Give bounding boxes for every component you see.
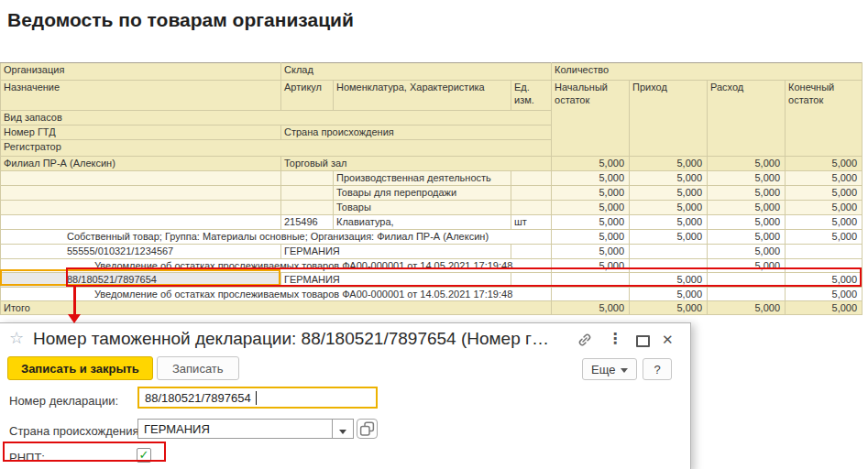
cell-group[interactable]: Товары [334, 201, 511, 215]
cell-num[interactable]: 5,000 [630, 186, 708, 201]
header-origin-country[interactable]: Страна происхождения [281, 125, 552, 140]
kebab-menu-icon[interactable]: ⋮ [608, 330, 622, 347]
cell-group[interactable]: Производственная деятельность [334, 171, 511, 186]
cell-num[interactable]: 5,000 [786, 215, 863, 230]
cell-num[interactable]: 5,000 [552, 215, 630, 230]
cell-num[interactable]: 5,000 [630, 215, 708, 230]
cell-empty[interactable] [1, 171, 281, 186]
cell-num[interactable]: 5,000 [786, 171, 863, 186]
header-expense[interactable]: Расход [708, 81, 786, 157]
cell-branch[interactable]: Филиал ПР-А (Алексин) [1, 157, 281, 171]
cell-origin-country[interactable]: ГЕРМАНИЯ [281, 273, 511, 288]
cell-total-num[interactable]: 5,000 [552, 301, 630, 315]
cell-num[interactable]: 5,000 [786, 201, 863, 215]
cell-num[interactable]: 5,000 [552, 171, 630, 186]
country-dropdown-button[interactable] [332, 419, 354, 439]
header-gtd-number[interactable]: Номер ГТД [1, 125, 281, 140]
more-button[interactable]: Еще [582, 358, 637, 380]
cell-sku[interactable]: 215496 [281, 215, 334, 230]
cell-num[interactable]: 5,000 [708, 230, 786, 245]
cell-empty[interactable] [511, 171, 552, 186]
cell-empty[interactable] [1, 186, 281, 201]
header-opening-balance[interactable]: Начальный остаток [552, 81, 630, 157]
cell-num[interactable]: 5,000 [630, 230, 708, 245]
cell-nomenclature[interactable]: Клавиатура, [334, 215, 511, 230]
cell-num[interactable]: 5,000 [708, 259, 786, 273]
cell-num[interactable]: 5,000 [630, 273, 708, 288]
declaration-number-input[interactable]: 88/180521/7897654 [137, 387, 378, 409]
country-open-button[interactable] [357, 419, 378, 439]
header-organization[interactable]: Организация [1, 63, 281, 81]
cell-empty[interactable] [1, 215, 281, 230]
cell-num[interactable]: 5,000 [630, 201, 708, 215]
cell-num[interactable] [630, 245, 708, 259]
cell-unit[interactable]: шт [511, 215, 552, 230]
cell-registrar-group[interactable]: Уведомление об остатках прослеживаемых т… [1, 259, 552, 273]
save-and-close-button[interactable]: Записать и закрыть [7, 356, 153, 380]
cell-origin-country[interactable]: ГЕРМАНИЯ [281, 245, 511, 259]
cell-num[interactable]: 5,000 [786, 288, 863, 301]
cell-num[interactable]: 5,000 [630, 157, 708, 171]
cell-stock-kind-group[interactable]: Собственный товар; Группа: Материалы осн… [1, 230, 552, 245]
save-button[interactable]: Записать [157, 356, 239, 380]
cell-num[interactable]: 5,000 [552, 230, 630, 245]
cell-total-label[interactable]: Итого [1, 301, 552, 315]
rnpt-checkbox[interactable]: ✓ [137, 448, 151, 463]
help-button[interactable]: ? [643, 358, 672, 380]
cell-num[interactable]: 5,000 [786, 273, 863, 288]
cell-empty[interactable] [281, 201, 334, 215]
cell-empty[interactable] [281, 186, 334, 201]
cell-num[interactable] [552, 273, 630, 288]
cell-num[interactable] [708, 288, 786, 301]
cell-num[interactable]: 5,000 [552, 201, 630, 215]
cell-num[interactable] [708, 273, 786, 288]
header-warehouse[interactable]: Склад [281, 63, 552, 81]
cell-gtd-number[interactable]: 55555/010321/1234567 [1, 245, 281, 259]
header-sku[interactable]: Артикул [281, 81, 334, 111]
cell-num[interactable]: 5,000 [708, 201, 786, 215]
header-registrar[interactable]: Регистратор [1, 140, 552, 157]
header-quantity[interactable]: Количество [552, 63, 863, 81]
cell-total-num[interactable]: 5,000 [630, 301, 708, 315]
cell-empty[interactable] [1, 201, 281, 215]
cell-empty[interactable] [281, 171, 334, 186]
cell-num[interactable]: 5,000 [630, 171, 708, 186]
cell-gtd-number-selected[interactable]: 88/180521/7897654 [1, 273, 281, 288]
header-unit[interactable]: Ед. изм. [511, 81, 552, 111]
cell-registrar-group[interactable]: Уведомление об остатках прослеживаемых т… [1, 288, 552, 301]
cell-empty[interactable] [511, 186, 552, 201]
cell-num[interactable]: 5,000 [552, 157, 630, 171]
cell-num[interactable]: 5,000 [630, 288, 708, 301]
header-nomenclature[interactable]: Номенклатура, Характеристика [334, 81, 511, 111]
cell-empty[interactable] [511, 245, 552, 259]
cell-empty[interactable] [511, 273, 552, 288]
cell-num[interactable]: 5,000 [786, 230, 863, 245]
cell-empty[interactable] [511, 201, 552, 215]
header-stock-kind[interactable]: Вид запасов [1, 111, 552, 125]
header-purpose[interactable]: Назначение [1, 81, 281, 111]
cell-group[interactable]: Товары для перепродажи [334, 186, 511, 201]
cell-num[interactable] [552, 288, 630, 301]
cell-num[interactable]: 5,000 [786, 186, 863, 201]
cell-num[interactable]: 5,000 [708, 215, 786, 230]
cell-num[interactable]: 5,000 [786, 157, 863, 171]
cell-num[interactable]: 5,000 [708, 157, 786, 171]
cell-num[interactable]: 5,000 [552, 259, 630, 273]
header-income[interactable]: Приход [630, 81, 708, 157]
cell-warehouse[interactable]: Торговый зал [281, 157, 552, 171]
cell-num[interactable] [630, 259, 708, 273]
favorite-star-icon[interactable]: ☆ [9, 328, 24, 348]
cell-num[interactable]: 5,000 [708, 171, 786, 186]
origin-country-input[interactable]: ГЕРМАНИЯ [137, 419, 333, 439]
header-closing-balance[interactable]: Конечный остаток [786, 81, 863, 157]
cell-num[interactable] [786, 245, 863, 259]
close-icon[interactable]: ✕ [662, 332, 674, 348]
cell-total-num[interactable]: 5,000 [786, 301, 863, 315]
cell-num[interactable]: 5,000 [708, 245, 786, 259]
cell-num[interactable] [786, 259, 863, 273]
restore-window-icon[interactable] [636, 335, 650, 347]
cell-total-num[interactable]: 5,000 [708, 301, 786, 315]
cell-num[interactable]: 5,000 [552, 245, 630, 259]
cell-num[interactable]: 5,000 [552, 186, 630, 201]
link-icon[interactable] [577, 333, 592, 351]
